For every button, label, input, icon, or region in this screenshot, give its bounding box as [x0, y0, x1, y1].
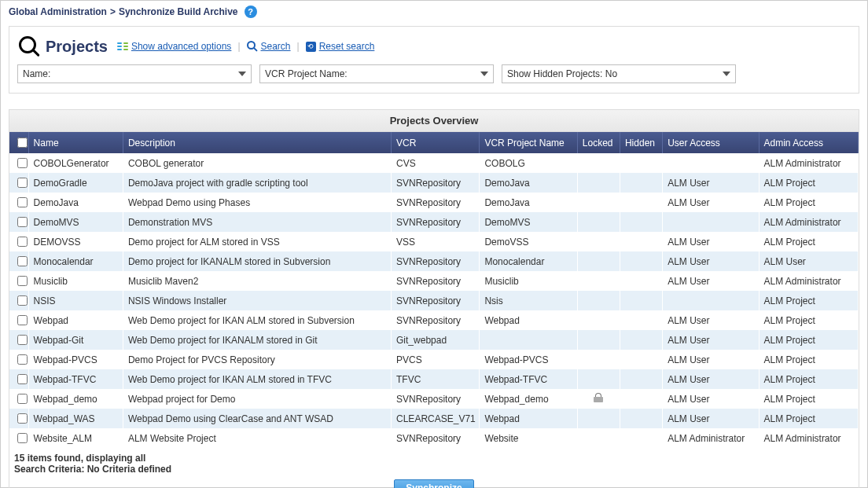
row-checkbox-cell[interactable] [9, 291, 28, 310]
cell-user-access: ALM User [663, 251, 759, 271]
row-checkbox-cell[interactable] [9, 193, 28, 212]
row-checkbox-cell[interactable] [9, 153, 28, 173]
cell-vcr: Git_webpad [392, 330, 480, 350]
row-checkbox[interactable] [17, 295, 28, 306]
cell-user-access: ALM Administrator [663, 428, 759, 448]
search-link[interactable]: Search [261, 41, 291, 52]
cell-name: Musiclib [28, 271, 123, 291]
table-row[interactable]: Webpad-PVCSDemo Project for PVCS Reposit… [9, 350, 859, 369]
cell-user-access [663, 153, 759, 173]
row-checkbox[interactable] [17, 217, 28, 227]
row-checkbox[interactable] [17, 354, 28, 365]
reset-search-link[interactable]: Reset search [319, 41, 375, 52]
cell-vcr-project: Nsis [480, 291, 577, 310]
col-name[interactable]: Name [28, 132, 123, 153]
cell-locked [577, 291, 620, 310]
cell-hidden [620, 291, 662, 310]
cell-hidden [620, 271, 662, 291]
cell-locked [577, 330, 620, 350]
cell-user-access: ALM User [663, 350, 759, 369]
table-row[interactable]: Webpad_demoWebpad project for DemoSVNRep… [9, 389, 859, 409]
row-checkbox[interactable] [17, 433, 28, 443]
row-checkbox[interactable] [17, 158, 28, 168]
table-row[interactable]: DemoJavaWebpad Demo using PhasesSVNRepos… [9, 193, 859, 212]
table-row[interactable]: Website_ALMALM Website ProjectSVNReposit… [9, 428, 859, 448]
search-panel: Projects Show advanced options | Search … [9, 26, 859, 94]
cell-description: Demo project for IKANALM stored in Subve… [123, 251, 391, 271]
col-vcr[interactable]: VCR [392, 132, 480, 153]
cell-vcr: SVNRepository [392, 310, 480, 330]
cell-locked [577, 350, 620, 369]
row-checkbox[interactable] [17, 237, 28, 247]
row-checkbox[interactable] [17, 178, 28, 188]
name-filter-combo[interactable]: Name: [17, 64, 252, 83]
row-checkbox[interactable] [17, 413, 28, 424]
cell-hidden [620, 330, 662, 350]
col-user-access[interactable]: User Access [663, 132, 759, 153]
breadcrumb-section[interactable]: Global Administration [9, 6, 107, 17]
cell-vcr: SVNRepository [392, 291, 480, 310]
table-row[interactable]: DemoGradleDemoJava project with gradle s… [9, 173, 859, 193]
col-locked[interactable]: Locked [577, 132, 620, 153]
table-row[interactable]: COBOLGeneratorCOBOL generatorCVSCOBOLGAL… [9, 153, 859, 173]
table-row[interactable]: MusiclibMusiclib Maven2SVNRepositoryMusi… [9, 271, 859, 291]
mini-search-icon [247, 41, 258, 52]
row-checkbox-cell[interactable] [9, 212, 28, 232]
cell-admin-access: ALM Project [759, 389, 858, 409]
cell-user-access: ALM User [663, 310, 759, 330]
cell-hidden [620, 153, 662, 173]
col-admin-access[interactable]: Admin Access [759, 132, 858, 153]
row-checkbox-cell[interactable] [9, 251, 28, 271]
row-checkbox-cell[interactable] [9, 369, 28, 389]
select-all-header[interactable] [9, 132, 28, 153]
cell-admin-access: ALM User [759, 251, 858, 271]
col-vcr-project[interactable]: VCR Project Name [480, 132, 577, 153]
vcr-project-filter-combo[interactable]: VCR Project Name: [259, 64, 494, 83]
row-checkbox-cell[interactable] [9, 428, 28, 448]
table-row[interactable]: DemoMVSDemonstration MVSSVNRepositoryDem… [9, 212, 859, 232]
select-all-checkbox[interactable] [17, 138, 28, 148]
row-checkbox[interactable] [17, 256, 28, 266]
cell-name: DemoJava [28, 193, 123, 212]
row-checkbox[interactable] [17, 394, 28, 404]
row-checkbox[interactable] [17, 197, 28, 207]
cell-admin-access: ALM Administrator [759, 428, 858, 448]
row-checkbox-cell[interactable] [9, 310, 28, 330]
separator: | [237, 41, 240, 52]
row-checkbox-cell[interactable] [9, 330, 28, 350]
row-checkbox-cell[interactable] [9, 232, 28, 251]
row-checkbox[interactable] [17, 315, 28, 325]
row-checkbox-cell[interactable] [9, 350, 28, 369]
row-checkbox-cell[interactable] [9, 389, 28, 409]
row-checkbox-cell[interactable] [9, 409, 28, 428]
table-row[interactable]: Webpad_WASWebpad Demo using ClearCase an… [9, 409, 859, 428]
row-checkbox[interactable] [17, 335, 28, 345]
cell-vcr-project: DemoMVS [480, 212, 577, 232]
table-row[interactable]: NSISNSIS Windows InstallerSVNRepositoryN… [9, 291, 859, 310]
advanced-options-link[interactable]: Show advanced options [131, 41, 231, 52]
cell-locked [577, 193, 620, 212]
cell-admin-access: ALM Project [759, 310, 858, 330]
table-row[interactable]: Webpad-TFVCWeb Demo project for IKAN ALM… [9, 369, 859, 389]
cell-name: DEMOVSS [28, 232, 123, 251]
show-hidden-combo[interactable]: Show Hidden Projects: No [502, 64, 736, 83]
row-checkbox-cell[interactable] [9, 271, 28, 291]
table-row[interactable]: WebpadWeb Demo project for IKAN ALM stor… [9, 310, 859, 330]
table-row[interactable]: Webpad-GitWeb Demo project for IKANALM s… [9, 330, 859, 350]
cell-locked [577, 310, 620, 330]
table-row[interactable]: DEMOVSSDemo project for ALM stored in VS… [9, 232, 859, 251]
cell-locked [577, 212, 620, 232]
synchronize-button[interactable]: Synchronize [394, 479, 473, 488]
col-description[interactable]: Description [123, 132, 391, 153]
table-row[interactable]: MonocalendarDemo project for IKANALM sto… [9, 251, 859, 271]
cell-admin-access: ALM Administrator [759, 271, 858, 291]
cell-hidden [620, 193, 662, 212]
cell-vcr: SVNRepository [392, 428, 480, 448]
help-icon[interactable]: ? [245, 6, 257, 18]
row-checkbox[interactable] [17, 374, 28, 384]
row-checkbox-cell[interactable] [9, 173, 28, 193]
row-checkbox[interactable] [17, 276, 28, 286]
col-hidden[interactable]: Hidden [620, 132, 662, 153]
breadcrumb-separator: > [110, 6, 116, 17]
cell-hidden [620, 428, 662, 448]
